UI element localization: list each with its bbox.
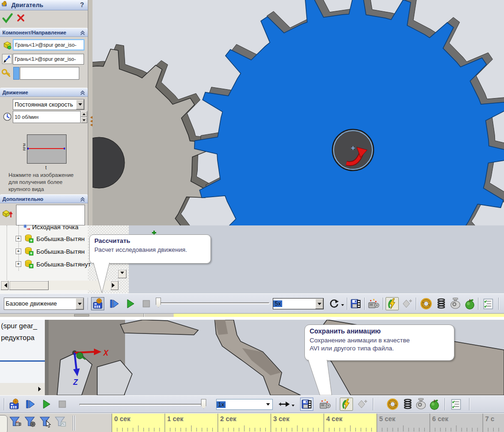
tree-scroll-down-button[interactable]	[118, 269, 126, 278]
play-from-start-icon	[109, 298, 120, 309]
autokey-button[interactable]	[386, 297, 399, 310]
motor-button[interactable]	[420, 297, 433, 310]
ruler-label: 5 сек	[379, 415, 396, 423]
expand-icon[interactable]: +	[16, 236, 21, 241]
play-from-start-button[interactable]	[108, 297, 121, 310]
damper-button[interactable]	[449, 297, 462, 310]
damper-button[interactable]	[414, 398, 428, 411]
tree-row-boss-extrude-1[interactable]: + Бобышка-Вытян	[16, 233, 85, 244]
ruler-label: 4 сек	[326, 415, 343, 423]
cancel-button[interactable]	[16, 13, 25, 23]
speed-decrement-button[interactable]	[81, 117, 87, 123]
expand-icon[interactable]: +	[16, 261, 21, 267]
scroll-right-arrow[interactable]	[38, 387, 43, 391]
spring-button[interactable]	[435, 297, 448, 310]
autokey-button[interactable]	[340, 398, 353, 411]
scroll-left-button[interactable]	[0, 281, 8, 290]
calculate-button[interactable]	[8, 398, 21, 411]
tree-row-boss-extrude-3[interactable]: + Бобышка-Вытянут	[16, 258, 91, 270]
motor-profile-graph[interactable]: RPM	[27, 134, 67, 164]
ruler-label: 3 сек	[273, 415, 290, 423]
dropdown-arrow[interactable]	[266, 403, 270, 407]
ruler-label: 7 с	[485, 415, 495, 423]
dropdown-arrow-button[interactable]	[76, 298, 84, 309]
timebar-slider-handle[interactable]	[156, 298, 161, 307]
spring-button[interactable]	[401, 398, 414, 411]
timebar-slider-handle[interactable]	[201, 399, 206, 409]
collapse-icon[interactable]	[80, 197, 85, 202]
motionmanager-toolbar-top: Базовое движение 5x	[0, 293, 504, 314]
panel-hscrollbar[interactable]	[0, 383, 45, 395]
collapse-icon[interactable]	[80, 30, 85, 36]
playback-mode-button[interactable]	[277, 398, 291, 411]
help-button[interactable]: ?	[80, 1, 84, 8]
gravity-button[interactable]	[428, 398, 441, 411]
autokey-icon	[341, 399, 352, 410]
relative-component-field[interactable]	[20, 67, 79, 80]
ok-button[interactable]	[2, 12, 13, 24]
motor-button[interactable]	[386, 398, 399, 411]
play-button[interactable]	[40, 398, 53, 411]
results-button[interactable]	[449, 398, 462, 411]
tree-row-boss-extrude-2[interactable]: + Бобышка-Вытян	[16, 246, 85, 257]
playback-mode-arrow[interactable]	[341, 302, 344, 307]
timeline-ruler[interactable]: 0 сек1 сек2 сек3 сек4 сек5 сек6 сек7 с	[0, 414, 504, 432]
animation-wizard-button[interactable]	[318, 398, 331, 411]
motor-icon	[386, 398, 399, 410]
loop-icon	[328, 298, 340, 309]
dropdown-arrow-button[interactable]	[76, 100, 84, 109]
calculate-icon	[8, 399, 20, 410]
motionmanager-tree-band: Исходная точка + Бобышка-Вытян + Бобышка…	[0, 225, 504, 293]
play-button[interactable]	[124, 297, 137, 310]
motion-type-dropdown[interactable]: Постоянная скорость	[13, 99, 84, 110]
dropdown-arrow-button[interactable]	[315, 299, 323, 309]
boss-extrude-icon	[24, 233, 34, 244]
propertymanager-titlebar: Двигатель ?	[0, 0, 88, 10]
playback-mode-arrow[interactable]	[292, 403, 294, 408]
tooltip-save-animation: Сохранить анимацию Сохранение анимации в…	[304, 324, 454, 361]
timeline-band: 0 сек1 сек2 сек3 сек4 сек5 сек6 сек7 с	[0, 413, 504, 432]
panel-splitter[interactable]	[45, 320, 49, 395]
study-tree-panel: (spur gear_ редуктора	[0, 320, 45, 395]
save-animation-button[interactable]	[349, 297, 362, 310]
motor-speed-field[interactable]: 10 об/мин	[13, 111, 81, 123]
tooltip-tail	[306, 360, 334, 395]
timebar-slider-track[interactable]	[79, 404, 206, 406]
motor-direction-field[interactable]: Грань<1>@spur gear_iso-	[13, 54, 84, 65]
play-forward-icon	[278, 398, 290, 410]
section-motion[interactable]: Движение	[0, 88, 88, 97]
results-button[interactable]	[481, 297, 495, 310]
add-key-button[interactable]	[401, 297, 414, 310]
expand-icon[interactable]: +	[16, 249, 21, 254]
section-component-direction[interactable]: Компонент/Направление	[0, 28, 88, 37]
section-more-options[interactable]: Дополнительно	[0, 194, 88, 203]
scrollbar-thumb[interactable]	[9, 281, 49, 290]
playback-speed-dropdown-top[interactable]: 5x	[273, 298, 324, 309]
tree-row-origin[interactable]: Исходная точка	[23, 223, 78, 231]
viewport-band-bottom: X Z (spur gear_ редуктора Сохранить аним…	[0, 320, 504, 395]
motor-icon	[420, 298, 432, 310]
reverse-direction-button[interactable]	[2, 54, 12, 64]
save-animation-button[interactable]	[300, 398, 313, 411]
stop-icon	[141, 298, 152, 309]
calculate-button[interactable]	[91, 297, 104, 310]
ruler-label: 0 сек	[114, 415, 131, 423]
study-type-dropdown[interactable]: Базовое движение	[4, 298, 84, 310]
animation-wizard-button[interactable]	[367, 297, 380, 310]
relative-component-icon	[1, 68, 12, 78]
viewport-3d[interactable]	[92, 0, 504, 225]
add-key-button[interactable]	[356, 398, 369, 411]
play-from-start-button[interactable]	[24, 398, 37, 411]
panel-flyout-strip[interactable]	[88, 0, 92, 225]
playback-mode-button[interactable]	[328, 297, 341, 310]
stop-button[interactable]	[56, 398, 69, 411]
gravity-button[interactable]	[463, 297, 476, 310]
spring-icon	[402, 399, 413, 410]
speed-increment-button[interactable]	[81, 111, 87, 117]
panel-divider	[0, 360, 45, 362]
playback-speed-dropdown-bottom[interactable]: 1x	[216, 399, 273, 410]
collapse-icon[interactable]	[80, 90, 85, 96]
timebar-slider-track[interactable]	[158, 302, 269, 304]
stop-button[interactable]	[140, 297, 153, 310]
motor-location-field[interactable]: Грань<1>@spur gear_iso-	[13, 39, 84, 50]
